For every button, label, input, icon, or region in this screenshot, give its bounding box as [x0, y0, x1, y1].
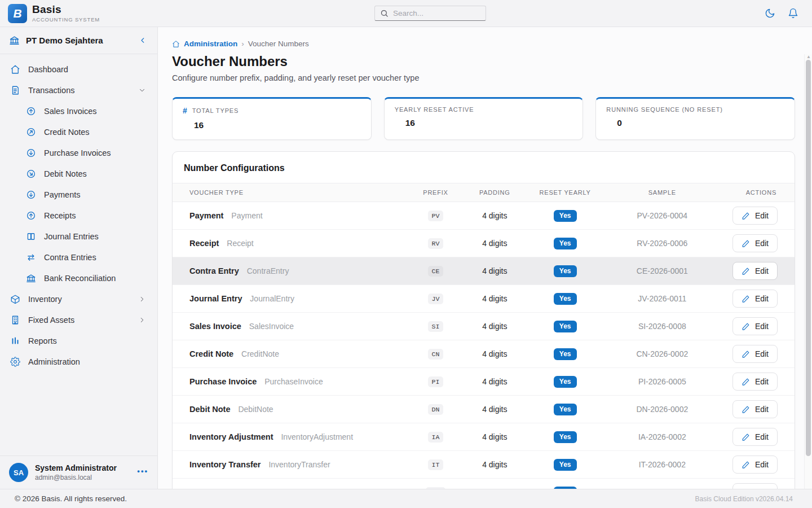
reset-yearly-badge: Yes	[554, 376, 577, 388]
voucher-type-name: Purchase Invoice	[189, 377, 257, 386]
arrow-down-right-circle-icon	[26, 169, 36, 179]
sidebar-item-credit-notes[interactable]: Credit Notes	[0, 121, 157, 142]
sidebar-item-label: Contra Entries	[44, 253, 96, 262]
voucher-type-name: Inventory Transfer	[189, 460, 261, 469]
sidebar-item-receipts[interactable]: Receipts	[0, 205, 157, 226]
table-row[interactable]: Contra Entry ContraEntry CE 4 digits Yes…	[173, 257, 795, 285]
stat-value: 0	[606, 118, 784, 128]
sidebar-item-label: Reports	[28, 336, 57, 345]
company-name: PT Demo Sejahtera	[26, 36, 103, 45]
sidebar-item-reports[interactable]: Reports	[0, 330, 157, 351]
dark-mode-toggle[interactable]	[765, 8, 775, 19]
sidebar-item-sales-invoices[interactable]: Sales Invoices	[0, 100, 157, 121]
main-content: Administration › Voucher Numbers Voucher…	[158, 27, 812, 489]
table-row[interactable]: Debit Note DebitNote DN 4 digits Yes DN-…	[173, 396, 795, 423]
sidebar-item-label: Bank Reconciliation	[44, 274, 116, 283]
voucher-type-code: ContraEntry	[247, 266, 289, 275]
stat-label: TOTAL TYPES	[192, 107, 239, 114]
sidebar: PT Demo Sejahtera Dashboard Transactions…	[0, 27, 158, 489]
chevron-right-icon	[138, 295, 146, 303]
sample-number: SI-2026-0008	[638, 322, 686, 331]
table-row[interactable]: Manufacturing Manufacturing MFG 5 digits…	[173, 479, 795, 489]
chevron-down-icon	[138, 86, 146, 94]
edit-button[interactable]: Edit	[732, 290, 778, 308]
edit-button[interactable]: Edit	[732, 373, 778, 391]
padding-value: 4 digits	[482, 405, 507, 414]
edit-button[interactable]: Edit	[732, 262, 778, 280]
edit-button[interactable]: Edit	[732, 483, 778, 489]
package-icon	[10, 294, 20, 304]
padding-value: 4 digits	[482, 294, 507, 303]
brand-tagline: ACCOUNTING SYSTEM	[32, 16, 100, 23]
sidebar-item-purchase-invoices[interactable]: Purchase Invoices	[0, 142, 157, 163]
scrollbar-thumb[interactable]	[806, 60, 811, 456]
edit-button[interactable]: Edit	[732, 428, 778, 446]
edit-button-label: Edit	[755, 488, 769, 489]
vertical-scrollbar[interactable]: ▲ ▼	[804, 54, 812, 489]
edit-button[interactable]: Edit	[732, 345, 778, 363]
edit-button-label: Edit	[755, 377, 769, 386]
prefix-badge: PI	[428, 376, 444, 387]
sidebar-item-dashboard[interactable]: Dashboard	[0, 59, 157, 80]
sidebar-item-journal-entries[interactable]: Journal Entries	[0, 226, 157, 247]
table-row[interactable]: Credit Note CreditNote CN 4 digits Yes C…	[173, 340, 795, 368]
pencil-icon	[742, 488, 750, 489]
pencil-icon	[742, 405, 750, 414]
prefix-badge: RV	[428, 238, 444, 249]
sidebar-item-inventory[interactable]: Inventory	[0, 288, 157, 309]
sidebar-item-label: Debit Notes	[44, 169, 87, 178]
voucher-type-name: Debit Note	[189, 405, 231, 414]
company-selector[interactable]: PT Demo Sejahtera	[0, 27, 157, 54]
edit-button-label: Edit	[755, 405, 769, 414]
table-row[interactable]: Journal Entry JournalEntry JV 4 digits Y…	[173, 285, 795, 313]
stat-card-total-types: # TOTAL TYPES 16	[172, 97, 372, 140]
home-icon	[172, 40, 180, 48]
search-input[interactable]	[393, 9, 480, 17]
sidebar-item-contra-entries[interactable]: Contra Entries	[0, 247, 157, 268]
edit-button[interactable]: Edit	[732, 400, 778, 418]
prefix-badge: MFG	[426, 487, 445, 489]
sidebar-collapse-button[interactable]	[139, 36, 147, 45]
sample-number: RV-2026-0006	[637, 239, 687, 248]
table-row[interactable]: Payment Payment PV 4 digits Yes PV-2026-…	[173, 202, 795, 230]
reset-yearly-badge: Yes	[554, 238, 577, 249]
edit-button-label: Edit	[755, 266, 769, 275]
table-row[interactable]: Receipt Receipt RV 4 digits Yes RV-2026-…	[173, 230, 795, 257]
sidebar-item-label: Dashboard	[28, 65, 68, 74]
sidebar-item-debit-notes[interactable]: Debit Notes	[0, 163, 157, 184]
home-icon	[10, 64, 20, 75]
user-menu-button[interactable]: •••	[137, 467, 148, 479]
bar-chart-icon	[10, 336, 20, 346]
search-box[interactable]	[374, 6, 486, 21]
table-row[interactable]: Inventory Adjustment InventoryAdjustment…	[173, 423, 795, 451]
user-profile[interactable]: SA System Administrator admin@basis.loca…	[0, 456, 157, 489]
sample-number: CN-2026-0002	[636, 349, 688, 358]
building-icon	[10, 315, 20, 325]
stat-card-running-sequence: RUNNING SEQUENCE (NO RESET) 0	[595, 97, 795, 140]
edit-button[interactable]: Edit	[732, 234, 778, 252]
breadcrumb-administration[interactable]: Administration	[184, 40, 237, 48]
padding-value: 4 digits	[482, 239, 507, 248]
gear-icon	[10, 357, 20, 367]
sample-number: CE-2026-0001	[637, 266, 688, 275]
edit-button-label: Edit	[755, 349, 769, 358]
edit-button[interactable]: Edit	[732, 207, 778, 225]
table-row[interactable]: Purchase Invoice PurchaseInvoice PI 4 di…	[173, 368, 795, 396]
sidebar-item-payments[interactable]: Payments	[0, 184, 157, 205]
table-row[interactable]: Inventory Transfer InventoryTransfer IT …	[173, 451, 795, 479]
sidebar-item-administration[interactable]: Administration	[0, 351, 157, 372]
sample-number: JV-2026-0011	[638, 294, 686, 303]
table-row[interactable]: Sales Invoice SalesInvoice SI 4 digits Y…	[173, 313, 795, 340]
config-table-body: Payment Payment PV 4 digits Yes PV-2026-…	[173, 202, 795, 489]
edit-button[interactable]: Edit	[732, 456, 778, 474]
padding-value: 4 digits	[482, 349, 507, 358]
edit-button-label: Edit	[755, 239, 769, 248]
notifications-bell-icon[interactable]	[788, 8, 798, 19]
sidebar-item-fixed-assets[interactable]: Fixed Assets	[0, 309, 157, 330]
sidebar-item-bank-reconciliation[interactable]: Bank Reconciliation	[0, 268, 157, 288]
edit-button-label: Edit	[755, 322, 769, 331]
edit-button[interactable]: Edit	[732, 317, 778, 335]
copyright-text: © 2026 Basis. All rights reserved.	[15, 494, 127, 503]
scrollbar-up-arrow[interactable]: ▲	[805, 54, 812, 59]
sidebar-item-transactions[interactable]: Transactions	[0, 80, 157, 100]
